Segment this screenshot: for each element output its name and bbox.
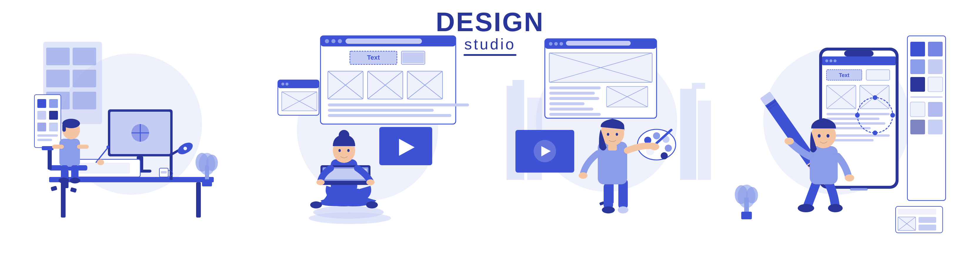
svg-point-101 [339, 130, 349, 141]
svg-point-181 [834, 59, 837, 62]
svg-rect-1 [46, 48, 70, 65]
svg-point-138 [618, 206, 628, 213]
svg-rect-178 [822, 56, 896, 65]
svg-rect-45 [62, 124, 66, 132]
svg-rect-123 [549, 92, 595, 95]
svg-point-113 [554, 42, 558, 46]
svg-rect-115 [566, 41, 631, 46]
svg-rect-125 [549, 102, 584, 105]
svg-rect-176 [850, 188, 868, 190]
svg-rect-18 [196, 182, 201, 217]
svg-rect-41 [42, 146, 54, 150]
svg-point-153 [607, 133, 609, 136]
scene1-illustration [25, 12, 246, 242]
svg-point-198 [873, 95, 877, 100]
svg-point-91 [310, 202, 322, 208]
svg-rect-159 [928, 59, 943, 74]
svg-rect-31 [161, 171, 167, 173]
svg-point-180 [829, 59, 832, 62]
svg-rect-2 [73, 48, 96, 65]
svg-rect-192 [827, 117, 880, 120]
svg-text:Text: Text [367, 54, 380, 61]
svg-point-210 [828, 204, 843, 212]
svg-rect-77 [328, 103, 469, 106]
svg-rect-107 [680, 89, 696, 180]
svg-rect-15 [37, 139, 52, 141]
svg-rect-172 [918, 217, 936, 223]
svg-rect-163 [910, 102, 925, 117]
svg-rect-162 [910, 97, 943, 98]
svg-rect-47 [77, 144, 89, 149]
svg-rect-173 [918, 225, 936, 230]
svg-rect-157 [928, 42, 943, 56]
svg-rect-42 [59, 139, 80, 167]
svg-point-149 [650, 143, 659, 150]
svg-rect-124 [549, 97, 599, 100]
svg-point-103 [347, 149, 350, 152]
svg-rect-193 [827, 122, 885, 125]
svg-rect-166 [928, 120, 943, 134]
svg-rect-13 [49, 122, 58, 132]
svg-point-92 [366, 202, 378, 208]
svg-point-150 [579, 172, 587, 179]
scene4-illustration: Text [734, 12, 955, 242]
svg-rect-3 [46, 70, 70, 87]
svg-point-200 [873, 130, 877, 135]
svg-rect-38 [51, 186, 57, 191]
svg-point-99 [366, 179, 375, 185]
svg-rect-168 [898, 209, 936, 214]
svg-point-51 [59, 178, 69, 183]
scene4: Text [734, 12, 955, 242]
svg-point-145 [661, 152, 668, 159]
svg-rect-4 [73, 70, 96, 87]
svg-point-144 [665, 144, 672, 152]
svg-rect-184 [866, 70, 890, 80]
svg-point-201 [855, 113, 860, 117]
svg-point-154 [616, 133, 618, 136]
svg-rect-109 [698, 100, 711, 180]
svg-rect-67 [402, 52, 424, 63]
svg-rect-108 [692, 83, 705, 89]
svg-point-112 [549, 42, 552, 46]
svg-rect-161 [928, 77, 943, 92]
svg-rect-122 [549, 86, 601, 89]
svg-point-215 [818, 134, 821, 138]
svg-rect-195 [827, 134, 890, 137]
svg-rect-39 [70, 187, 77, 193]
svg-point-60 [325, 39, 329, 43]
svg-point-114 [560, 42, 563, 46]
svg-rect-79 [328, 114, 451, 117]
svg-point-212 [784, 138, 794, 144]
svg-rect-11 [49, 111, 58, 120]
svg-point-137 [602, 206, 615, 213]
svg-point-216 [827, 134, 829, 138]
svg-rect-10 [37, 111, 46, 120]
svg-rect-158 [910, 59, 925, 74]
svg-point-102 [339, 149, 341, 152]
svg-rect-135 [604, 183, 613, 209]
svg-rect-127 [549, 113, 601, 116]
svg-rect-57 [202, 179, 212, 186]
svg-point-52 [70, 178, 80, 183]
svg-rect-63 [345, 38, 422, 44]
svg-rect-152 [608, 144, 617, 151]
title-area: DESIGN studio [436, 9, 544, 56]
svg-point-82 [282, 83, 284, 86]
page-container: DESIGN studio [0, 0, 980, 254]
svg-rect-164 [928, 102, 943, 117]
svg-rect-6 [73, 92, 96, 110]
svg-rect-165 [910, 120, 925, 134]
title-design: DESIGN [436, 9, 544, 35]
svg-rect-221 [741, 212, 752, 219]
svg-point-209 [798, 204, 814, 212]
svg-rect-105 [512, 80, 524, 86]
svg-text:Text: Text [839, 72, 850, 78]
svg-point-35 [107, 146, 110, 148]
svg-point-142 [653, 132, 660, 139]
svg-point-219 [735, 185, 748, 204]
scene1 [25, 12, 246, 242]
svg-point-56 [206, 155, 218, 171]
title-underline [464, 54, 517, 56]
svg-rect-9 [49, 99, 58, 108]
svg-rect-46 [52, 144, 64, 149]
